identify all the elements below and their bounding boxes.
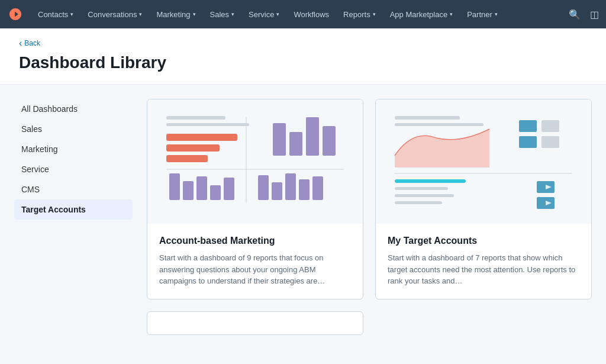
svg-rect-30	[395, 194, 454, 197]
svg-rect-1	[166, 123, 249, 126]
chevron-down-icon: ▾	[276, 11, 279, 17]
search-icon[interactable]: 🔍	[569, 9, 581, 20]
card-abm-title: Account-based Marketing	[159, 236, 351, 246]
svg-rect-18	[312, 176, 323, 200]
svg-rect-29	[395, 187, 448, 190]
sidebar-item-all-dashboards[interactable]: All Dashboards	[14, 99, 133, 119]
card-partial[interactable]	[147, 311, 363, 335]
sidebar-item-cms[interactable]: CMS	[14, 179, 133, 199]
card-abm-description: Start with a dashboard of 9 reports that…	[159, 252, 351, 287]
svg-rect-21	[395, 116, 460, 120]
card-abm-preview	[147, 99, 363, 224]
svg-rect-14	[258, 175, 269, 200]
svg-rect-2	[273, 123, 286, 156]
nav-partner[interactable]: Partner ▾	[460, 0, 505, 28]
svg-rect-0	[166, 116, 225, 120]
svg-rect-4	[306, 117, 319, 156]
main-nav: Contacts ▾ Conversations ▾ Marketing ▾ S…	[0, 0, 606, 28]
chevron-down-icon: ▾	[373, 11, 376, 17]
chevron-down-icon: ▾	[231, 11, 234, 17]
chevron-down-icon: ▾	[450, 11, 453, 17]
hubspot-logo[interactable]	[7, 6, 24, 22]
svg-rect-31	[395, 201, 442, 204]
svg-rect-11	[196, 176, 207, 200]
svg-rect-8	[166, 155, 208, 162]
svg-rect-25	[519, 136, 537, 148]
nav-contacts[interactable]: Contacts ▾	[31, 0, 80, 28]
nav-items: Contacts ▾ Conversations ▾ Marketing ▾ S…	[31, 0, 569, 28]
chevron-down-icon: ▾	[70, 11, 73, 17]
card-target-accounts-preview	[376, 99, 591, 224]
header-section: Back Dashboard Library	[0, 28, 606, 85]
sidebar-item-marketing[interactable]: Marketing	[14, 139, 133, 159]
nav-sales[interactable]: Sales ▾	[203, 0, 242, 28]
svg-rect-23	[519, 120, 537, 132]
svg-rect-7	[166, 144, 220, 152]
card-target-accounts[interactable]: My Target Accounts Start with a dashboar…	[375, 99, 592, 299]
svg-rect-15	[272, 182, 282, 200]
card-target-accounts-description: Start with a dashboard of 7 reports that…	[388, 252, 579, 287]
card-abm[interactable]: Account-based Marketing Start with a das…	[147, 99, 363, 299]
svg-rect-22	[395, 123, 483, 126]
back-button[interactable]: Back	[19, 38, 587, 49]
chevron-down-icon: ▾	[495, 11, 498, 17]
svg-rect-16	[285, 173, 296, 200]
main-content: All Dashboards Sales Marketing Service C…	[0, 85, 606, 364]
svg-rect-13	[224, 178, 234, 200]
grid-icon[interactable]: ◫	[590, 9, 599, 20]
sidebar-item-sales[interactable]: Sales	[14, 119, 133, 139]
nav-conversations[interactable]: Conversations ▾	[80, 0, 149, 28]
svg-rect-26	[541, 136, 559, 148]
svg-rect-28	[395, 179, 466, 183]
nav-service[interactable]: Service ▾	[241, 0, 286, 28]
svg-rect-5	[323, 126, 336, 156]
svg-rect-9	[169, 173, 180, 200]
page-title: Dashboard Library	[19, 53, 587, 72]
nav-reports[interactable]: Reports ▾	[336, 0, 383, 28]
cards-grid: Account-based Marketing Start with a das…	[147, 99, 592, 359]
chevron-down-icon: ▾	[193, 11, 196, 17]
chevron-down-icon: ▾	[139, 11, 142, 17]
nav-right-icons: 🔍 ◫	[569, 9, 599, 20]
nav-marketing[interactable]: Marketing ▾	[149, 0, 202, 28]
sidebar-item-target-accounts[interactable]: Target Accounts	[14, 199, 133, 220]
svg-rect-24	[541, 120, 559, 132]
svg-rect-12	[210, 185, 221, 200]
sidebar: All Dashboards Sales Marketing Service C…	[14, 99, 133, 359]
card-abm-body: Account-based Marketing Start with a das…	[147, 224, 363, 299]
svg-rect-10	[183, 181, 194, 200]
card-target-accounts-title: My Target Accounts	[388, 236, 579, 246]
svg-rect-3	[289, 132, 302, 156]
sidebar-item-service[interactable]: Service	[14, 159, 133, 179]
nav-app-marketplace[interactable]: App Marketplace ▾	[383, 0, 460, 28]
nav-workflows[interactable]: Workflows	[286, 0, 336, 28]
svg-rect-17	[299, 179, 310, 200]
card-target-accounts-body: My Target Accounts Start with a dashboar…	[376, 224, 591, 299]
svg-rect-6	[166, 134, 237, 141]
